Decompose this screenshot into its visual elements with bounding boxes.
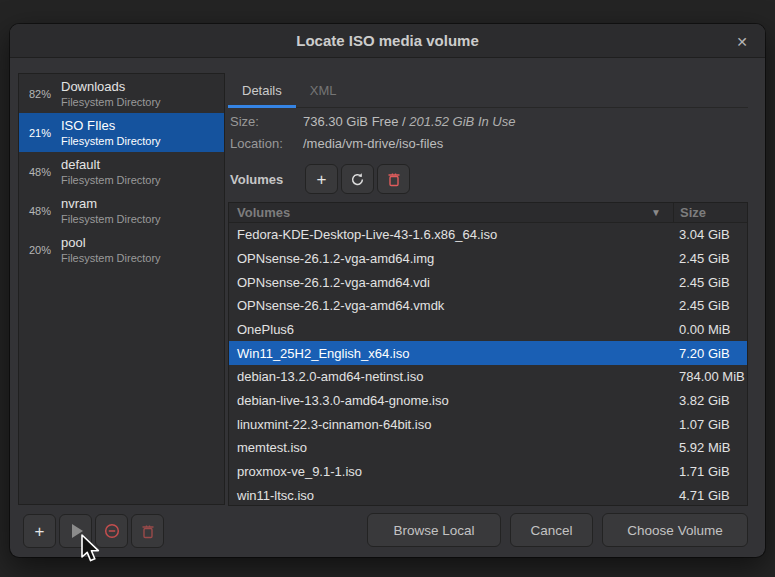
volume-row[interactable]: debian-13.2.0-amd64-netinst.iso 784.00 M… bbox=[229, 365, 747, 389]
volume-size: 1.07 GiB bbox=[673, 417, 747, 432]
pool-type: Filesystem Directory bbox=[61, 173, 161, 187]
location-row: Location: /media/vm-drive/iso-files bbox=[230, 133, 746, 155]
close-icon[interactable]: ✕ bbox=[731, 31, 753, 53]
add-pool-button[interactable]: + bbox=[23, 514, 56, 548]
size-value: 736.30 GiB Free / 201.52 GiB In Use bbox=[303, 111, 515, 133]
column-header-size[interactable]: Size bbox=[673, 203, 747, 222]
volume-name: linuxmint-22.3-cinnamon-64bit.iso bbox=[229, 417, 673, 432]
volumes-section-label: Volumes bbox=[230, 172, 305, 187]
stop-pool-button[interactable] bbox=[95, 514, 128, 548]
stop-circle-icon bbox=[104, 523, 120, 539]
volume-name: debian-live-13.3.0-amd64-gnome.iso bbox=[229, 393, 673, 408]
storage-pool-item[interactable]: 48% default Filesystem Directory bbox=[19, 152, 224, 191]
tab-xml[interactable]: XML bbox=[296, 75, 351, 107]
pool-name: pool bbox=[61, 235, 161, 251]
choose-volume-button[interactable]: Choose Volume bbox=[602, 513, 748, 547]
add-volume-button[interactable]: + bbox=[305, 164, 338, 194]
volume-name: OPNsense-26.1.2-vga-amd64.vdi bbox=[229, 275, 673, 290]
volumes-table-header[interactable]: Volumes ▼ Size bbox=[229, 203, 747, 223]
storage-pool-item[interactable]: 48% nvram Filesystem Directory bbox=[19, 191, 224, 230]
size-used: 201.52 GiB In Use bbox=[409, 114, 515, 129]
storage-pool-item[interactable]: 20% pool Filesystem Directory bbox=[19, 230, 224, 269]
tab-details[interactable]: Details bbox=[228, 75, 296, 107]
volume-row[interactable]: Win11_25H2_English_x64.iso 7.20 GiB bbox=[229, 341, 747, 365]
plus-icon: + bbox=[317, 171, 327, 188]
pool-actions: + bbox=[23, 514, 167, 548]
volume-name: debian-13.2.0-amd64-netinst.iso bbox=[229, 369, 673, 384]
refresh-volumes-button[interactable] bbox=[341, 164, 374, 194]
trash-icon bbox=[387, 172, 401, 187]
location-value: /media/vm-drive/iso-files bbox=[303, 133, 443, 155]
dialog-titlebar[interactable]: Locate ISO media volume ✕ bbox=[10, 24, 765, 58]
volume-row[interactable]: proxmox-ve_9.1-1.iso 1.71 GiB bbox=[229, 460, 747, 484]
storage-pool-list: 82% Downloads Filesystem Directory 21% I… bbox=[18, 73, 225, 505]
volume-size: 2.45 GiB bbox=[673, 251, 747, 266]
delete-pool-button[interactable] bbox=[131, 514, 164, 548]
volume-row[interactable]: linuxmint-22.3-cinnamon-64bit.iso 1.07 G… bbox=[229, 412, 747, 436]
volume-name: memtest.iso bbox=[229, 440, 673, 455]
delete-volume-button[interactable] bbox=[377, 164, 410, 194]
pool-type: Filesystem Directory bbox=[61, 212, 161, 226]
size-row: Size: 736.30 GiB Free / 201.52 GiB In Us… bbox=[230, 111, 746, 133]
tab-bar: Details XML bbox=[228, 75, 748, 108]
sort-descending-icon: ▼ bbox=[651, 207, 661, 218]
volume-row[interactable]: OPNsense-26.1.2-vga-amd64.vmdk 2.45 GiB bbox=[229, 294, 747, 318]
volumes-toolbar: Volumes + bbox=[230, 164, 413, 194]
volume-size: 784.00 MiB bbox=[673, 369, 747, 384]
volume-row[interactable]: win11-ltsc.iso 4.71 GiB bbox=[229, 483, 747, 506]
pool-type: Filesystem Directory bbox=[61, 134, 161, 148]
storage-pool-item[interactable]: 21% ISO FIles Filesystem Directory bbox=[19, 113, 224, 152]
pool-type: Filesystem Directory bbox=[61, 95, 161, 109]
volume-size: 4.71 GiB bbox=[673, 488, 747, 503]
volume-row[interactable]: OnePlus6 0.00 MiB bbox=[229, 318, 747, 342]
volume-name: OPNsense-26.1.2-vga-amd64.vmdk bbox=[229, 298, 673, 313]
plus-icon: + bbox=[35, 523, 45, 540]
pool-usage-percent: 20% bbox=[29, 244, 61, 256]
browse-local-button[interactable]: Browse Local bbox=[367, 513, 501, 547]
volume-row[interactable]: Fedora-KDE-Desktop-Live-43-1.6.x86_64.is… bbox=[229, 223, 747, 247]
pool-info: Size: 736.30 GiB Free / 201.52 GiB In Us… bbox=[230, 111, 746, 155]
pool-name: nvram bbox=[61, 196, 161, 212]
column-header-volumes-label: Volumes bbox=[237, 205, 290, 220]
volume-size: 3.82 GiB bbox=[673, 393, 747, 408]
volume-name: Win11_25H2_English_x64.iso bbox=[229, 346, 673, 361]
volume-row[interactable]: OPNsense-26.1.2-vga-amd64.img 2.45 GiB bbox=[229, 247, 747, 271]
pool-usage-percent: 48% bbox=[29, 166, 61, 178]
storage-pool-item[interactable]: 82% Downloads Filesystem Directory bbox=[19, 74, 224, 113]
size-free: 736.30 GiB Free / bbox=[303, 114, 409, 129]
volume-row[interactable]: debian-live-13.3.0-amd64-gnome.iso 3.82 … bbox=[229, 389, 747, 413]
pool-usage-percent: 48% bbox=[29, 205, 61, 217]
volume-name: win11-ltsc.iso bbox=[229, 488, 673, 503]
volume-name: Fedora-KDE-Desktop-Live-43-1.6.x86_64.is… bbox=[229, 227, 673, 242]
volumes-table: Volumes ▼ Size Fedora-KDE-Desktop-Live-4… bbox=[228, 202, 748, 506]
volume-size: 2.45 GiB bbox=[673, 275, 747, 290]
size-label: Size: bbox=[230, 111, 303, 133]
column-header-volumes[interactable]: Volumes ▼ bbox=[229, 203, 673, 222]
dialog-title: Locate ISO media volume bbox=[296, 32, 479, 49]
dialog-actions: Browse Local Cancel Choose Volume bbox=[367, 513, 748, 547]
pool-usage-percent: 21% bbox=[29, 127, 61, 139]
volume-size: 5.92 MiB bbox=[673, 440, 747, 455]
volume-name: OPNsense-26.1.2-vga-amd64.img bbox=[229, 251, 673, 266]
volume-size: 1.71 GiB bbox=[673, 464, 747, 479]
locate-iso-dialog: Locate ISO media volume ✕ 82% Downloads … bbox=[10, 24, 765, 557]
volume-size: 7.20 GiB bbox=[673, 346, 747, 361]
volume-size: 2.45 GiB bbox=[673, 298, 747, 313]
pool-name: default bbox=[61, 157, 161, 173]
pool-name: Downloads bbox=[61, 79, 161, 95]
pool-usage-percent: 82% bbox=[29, 88, 61, 100]
volume-row[interactable]: memtest.iso 5.92 MiB bbox=[229, 436, 747, 460]
volume-size: 3.04 GiB bbox=[673, 227, 747, 242]
volume-row[interactable]: OPNsense-26.1.2-vga-amd64.vdi 2.45 GiB bbox=[229, 270, 747, 294]
location-label: Location: bbox=[230, 133, 303, 155]
pool-type: Filesystem Directory bbox=[61, 251, 161, 265]
volume-size: 0.00 MiB bbox=[673, 322, 747, 337]
refresh-icon bbox=[350, 172, 365, 187]
volume-name: proxmox-ve_9.1-1.iso bbox=[229, 464, 673, 479]
pool-name: ISO FIles bbox=[61, 118, 161, 134]
volumes-table-body: Fedora-KDE-Desktop-Live-43-1.6.x86_64.is… bbox=[229, 223, 747, 506]
start-pool-button[interactable] bbox=[59, 514, 92, 548]
trash-icon bbox=[141, 524, 155, 539]
volume-name: OnePlus6 bbox=[229, 322, 673, 337]
cancel-button[interactable]: Cancel bbox=[510, 513, 593, 547]
